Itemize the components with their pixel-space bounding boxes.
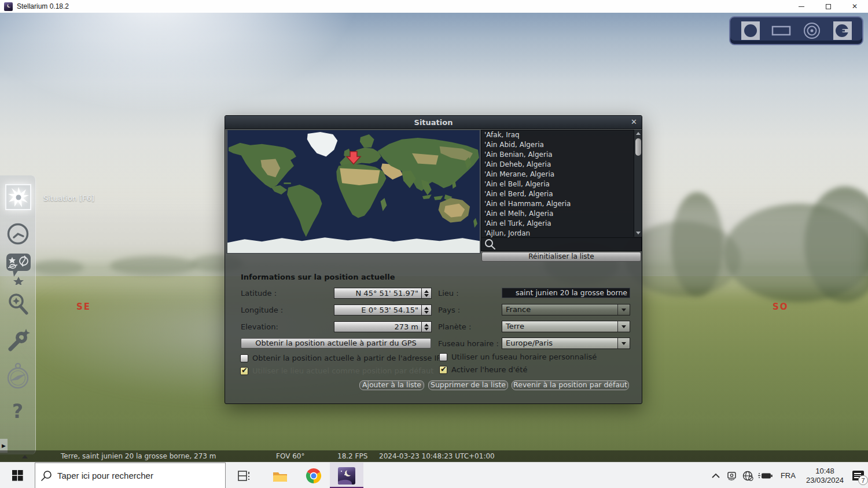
start-button[interactable] <box>5 463 30 488</box>
sidebar-item-configuration[interactable] <box>5 327 31 356</box>
corner-toolbar <box>729 16 863 45</box>
language-indicator[interactable]: FRA <box>775 471 801 480</box>
scroll-up-button[interactable] <box>634 130 642 137</box>
city-list-item[interactable]: 'Ain Benian, Algeria <box>484 150 641 160</box>
default-location-checkbox-row[interactable]: Utiliser le lieu actuel comme position p… <box>240 366 433 375</box>
city-list-item[interactable]: 'Afak, Iraq <box>484 130 641 140</box>
scrollbar-thumb[interactable] <box>635 138 641 156</box>
chrome-button[interactable] <box>300 463 328 488</box>
city-list-item[interactable]: 'Ain Abid, Algeria <box>484 140 641 150</box>
city-list-item[interactable]: 'Ain el Bell, Algeria <box>484 179 641 189</box>
city-list-scrollbar[interactable] <box>634 130 642 237</box>
world-map[interactable] <box>226 130 481 254</box>
tray-chevron-button[interactable] <box>708 463 724 488</box>
ip-checkbox[interactable] <box>240 354 248 362</box>
taskbar-search[interactable] <box>35 463 226 488</box>
target-icon <box>803 21 821 40</box>
file-explorer-button[interactable] <box>266 463 294 488</box>
dst-checkbox[interactable] <box>439 366 447 374</box>
city-search-row <box>481 238 642 251</box>
sidebar-item-location[interactable] <box>5 184 31 210</box>
city-list-item[interactable]: 'Ain el Hammam, Algeria <box>484 199 641 209</box>
fuseau-value: Europe/Paris <box>502 338 617 348</box>
minimize-button[interactable] <box>788 0 815 13</box>
default-location-checkbox[interactable] <box>240 367 248 375</box>
task-view-button[interactable] <box>231 463 257 488</box>
tray-battery-button[interactable] <box>756 463 775 488</box>
add-to-list-button[interactable]: Ajouter à la liste <box>359 380 424 390</box>
sky-viewing-options-icon <box>5 252 31 285</box>
city-list-item[interactable]: 'Ain Merane, Algeria <box>484 170 641 179</box>
pays-dropdown[interactable]: France <box>502 304 630 315</box>
longitude-spinbox[interactable]: E 0° 53' 54.15" <box>334 304 432 315</box>
sidebar-item-help[interactable]: ? <box>12 400 23 423</box>
city-list-item[interactable]: 'Ain el Turk, Algeria <box>484 219 641 229</box>
city-search-input[interactable] <box>499 239 641 249</box>
city-list-item[interactable]: 'Ain el Berd, Algeria <box>484 189 641 199</box>
tray-camera-button[interactable] <box>724 463 740 488</box>
elevation-spinbox[interactable]: 273 m <box>334 321 432 332</box>
target-toggle-button[interactable] <box>802 21 822 41</box>
fuseau-dropdown[interactable]: Europe/Paris <box>502 337 630 349</box>
compass-label-se: SE <box>76 302 91 312</box>
spin-down-icon <box>424 311 429 314</box>
chevron-down-icon <box>621 325 626 328</box>
sidebar-item-calculations[interactable] <box>5 362 31 394</box>
custom-timezone-checkbox-row[interactable]: Utiliser un fuseau horaire personnalisé <box>439 353 597 361</box>
lieu-label: Lieu : <box>438 289 459 298</box>
taskbar-search-input[interactable] <box>57 471 225 480</box>
longitude-value[interactable]: E 0° 53' 54.15" <box>334 304 422 315</box>
task-view-icon <box>237 469 251 482</box>
longitude-spin-arrows[interactable] <box>422 304 432 315</box>
chevron-down-icon <box>621 342 626 345</box>
revert-default-button[interactable]: Revenir à la position par défaut <box>512 380 629 390</box>
city-list-item[interactable]: 'Ain Deheb, Algeria <box>484 160 641 170</box>
sidebar-item-sky-options[interactable] <box>5 252 31 287</box>
sidebar-item-search[interactable] <box>6 293 30 320</box>
location-dialog: Situation ✕ <box>225 115 642 404</box>
scroll-down-button[interactable] <box>634 229 642 237</box>
custom-timezone-checkbox[interactable] <box>439 353 447 361</box>
stellarium-taskbar-button[interactable] <box>330 463 363 488</box>
dropdown-arrow-button[interactable] <box>617 338 630 348</box>
location-starburst-icon <box>8 187 29 208</box>
dialog-header[interactable]: Situation ✕ <box>225 116 642 129</box>
planete-dropdown[interactable]: Terre <box>502 321 630 332</box>
dialog-close-button[interactable]: ✕ <box>631 118 637 126</box>
rectangle-toggle-button[interactable] <box>771 21 791 41</box>
circle-icon <box>741 21 760 40</box>
statusbar-collapse-arrow[interactable] <box>22 455 28 458</box>
close-button[interactable]: ✕ <box>841 0 868 13</box>
elevation-value[interactable]: 273 m <box>334 321 422 332</box>
dropdown-arrow-button[interactable] <box>617 304 630 315</box>
notification-center-button[interactable]: 7 <box>848 463 868 488</box>
spin-down-icon <box>424 294 429 297</box>
maximize-button[interactable] <box>815 0 841 13</box>
planete-label: Planète : <box>438 322 471 331</box>
socket-toggle-button[interactable] <box>833 21 852 41</box>
elevation-spin-arrows[interactable] <box>422 321 432 332</box>
chrome-icon <box>306 468 322 484</box>
latitude-value[interactable]: N 45° 51' 51.97" <box>334 288 422 299</box>
dst-checkbox-row[interactable]: Activer l'heure d'été <box>439 365 527 374</box>
sidebar-item-datetime[interactable] <box>6 222 30 248</box>
chevron-down-icon <box>621 309 626 311</box>
city-list-item[interactable]: 'Ajlun, Jordan <box>484 229 641 238</box>
tray-network-button[interactable] <box>740 463 756 488</box>
stellarium-icon <box>338 467 355 485</box>
circle-toggle-button[interactable] <box>741 21 760 41</box>
taskbar-clock[interactable]: 10:48 23/03/2024 <box>801 467 848 485</box>
latitude-spin-arrows[interactable] <box>422 288 432 299</box>
ip-checkbox-row[interactable]: Obtenir la position actuelle à partir de… <box>240 354 441 362</box>
gps-button[interactable]: Obtenir la position actuelle à partir du… <box>241 338 431 348</box>
longitude-label: Longitude : <box>241 306 283 314</box>
status-bar: Terre, saint junien 20 la grosse borne, … <box>0 450 868 462</box>
remove-from-list-button[interactable]: Supprimer de la liste <box>428 380 508 390</box>
reset-list-button[interactable]: Réinitialiser la liste <box>481 252 641 262</box>
socket-icon <box>833 21 852 40</box>
dropdown-arrow-button[interactable] <box>617 321 630 332</box>
maximize-icon <box>826 4 831 9</box>
city-list-item[interactable]: 'Ain el Melh, Algeria <box>484 209 641 219</box>
lieu-input[interactable]: saint junien 20 la grosse borne <box>502 288 630 298</box>
latitude-spinbox[interactable]: N 45° 51' 51.97" <box>334 288 432 299</box>
